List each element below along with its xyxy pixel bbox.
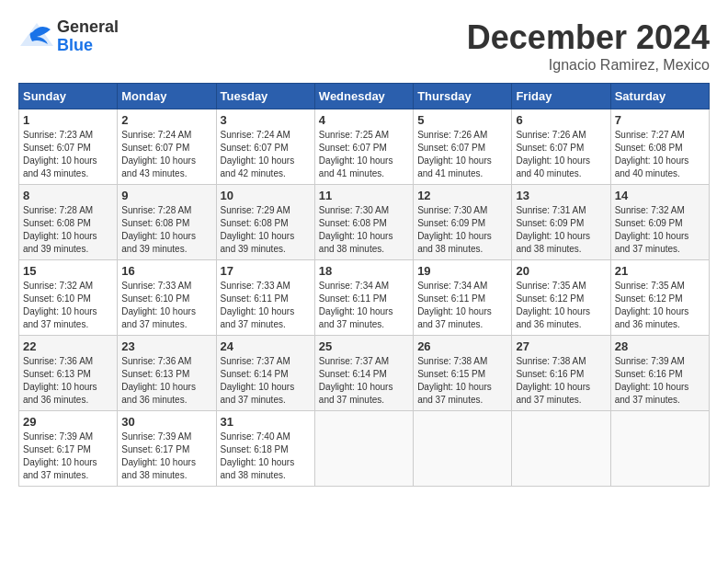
calendar-cell: 13Sunrise: 7:31 AM Sunset: 6:09 PM Dayli… — [512, 185, 610, 260]
day-info: Sunrise: 7:23 AM Sunset: 6:07 PM Dayligh… — [23, 129, 113, 180]
calendar-cell: 15Sunrise: 7:32 AM Sunset: 6:10 PM Dayli… — [19, 260, 118, 336]
day-number: 27 — [516, 339, 606, 353]
day-info: Sunrise: 7:35 AM Sunset: 6:12 PM Dayligh… — [615, 280, 705, 331]
day-info: Sunrise: 7:29 AM Sunset: 6:08 PM Dayligh… — [221, 204, 311, 256]
day-number: 14 — [615, 189, 705, 202]
day-info: Sunrise: 7:24 AM Sunset: 6:07 PM Dayligh… — [221, 129, 311, 180]
day-number: 16 — [121, 264, 211, 278]
calendar-week-row-5: 29Sunrise: 7:39 AM Sunset: 6:17 PM Dayli… — [19, 411, 710, 487]
day-number: 28 — [615, 339, 705, 353]
day-number: 29 — [23, 415, 113, 429]
calendar-cell: 8Sunrise: 7:28 AM Sunset: 6:08 PM Daylig… — [19, 185, 118, 260]
calendar-cell: 28Sunrise: 7:39 AM Sunset: 6:16 PM Dayli… — [610, 336, 709, 411]
weekday-header-saturday: Saturday — [610, 84, 709, 109]
calendar-cell: 29Sunrise: 7:39 AM Sunset: 6:17 PM Dayli… — [19, 411, 118, 487]
day-info: Sunrise: 7:37 AM Sunset: 6:14 PM Dayligh… — [221, 355, 311, 407]
calendar-cell: 26Sunrise: 7:38 AM Sunset: 6:15 PM Dayli… — [414, 336, 512, 411]
page-header: General Blue December 2024 Ignacio Ramir… — [18, 18, 710, 74]
weekday-header-thursday: Thursday — [414, 84, 512, 109]
day-info: Sunrise: 7:37 AM Sunset: 6:14 PM Dayligh… — [319, 355, 409, 407]
day-info: Sunrise: 7:26 AM Sunset: 6:07 PM Dayligh… — [516, 129, 606, 180]
logo-blue-text: Blue — [57, 37, 119, 55]
calendar-cell: 12Sunrise: 7:30 AM Sunset: 6:09 PM Dayli… — [414, 185, 512, 260]
day-info: Sunrise: 7:39 AM Sunset: 6:16 PM Dayligh… — [615, 355, 705, 407]
day-info: Sunrise: 7:24 AM Sunset: 6:07 PM Dayligh… — [121, 129, 211, 180]
day-info: Sunrise: 7:35 AM Sunset: 6:12 PM Dayligh… — [516, 280, 606, 331]
day-number: 13 — [516, 189, 606, 202]
day-info: Sunrise: 7:28 AM Sunset: 6:08 PM Dayligh… — [23, 204, 113, 256]
calendar-cell: 2Sunrise: 7:24 AM Sunset: 6:07 PM Daylig… — [118, 109, 216, 185]
weekday-header-row: SundayMondayTuesdayWednesdayThursdayFrid… — [19, 84, 710, 109]
calendar-cell: 17Sunrise: 7:33 AM Sunset: 6:11 PM Dayli… — [216, 260, 314, 336]
day-info: Sunrise: 7:38 AM Sunset: 6:15 PM Dayligh… — [417, 355, 507, 407]
day-number: 15 — [23, 264, 113, 278]
calendar-week-row-4: 22Sunrise: 7:36 AM Sunset: 6:13 PM Dayli… — [19, 336, 710, 411]
day-number: 11 — [319, 189, 409, 202]
day-number: 21 — [615, 264, 705, 278]
day-number: 9 — [121, 189, 211, 202]
logo-general-text: General — [57, 18, 119, 37]
day-info: Sunrise: 7:31 AM Sunset: 6:09 PM Dayligh… — [516, 204, 606, 256]
weekday-header-monday: Monday — [118, 84, 216, 109]
day-info: Sunrise: 7:39 AM Sunset: 6:17 PM Dayligh… — [121, 431, 211, 482]
day-number: 8 — [23, 189, 113, 202]
day-info: Sunrise: 7:25 AM Sunset: 6:07 PM Dayligh… — [319, 129, 409, 180]
calendar-cell: 9Sunrise: 7:28 AM Sunset: 6:08 PM Daylig… — [118, 185, 216, 260]
day-info: Sunrise: 7:38 AM Sunset: 6:16 PM Dayligh… — [516, 355, 606, 407]
day-info: Sunrise: 7:39 AM Sunset: 6:17 PM Dayligh… — [23, 431, 113, 482]
day-number: 4 — [319, 113, 409, 127]
day-number: 17 — [221, 264, 311, 278]
title-area: December 2024 Ignacio Ramirez, Mexico — [467, 18, 710, 74]
calendar-week-row-3: 15Sunrise: 7:32 AM Sunset: 6:10 PM Dayli… — [19, 260, 710, 336]
calendar-cell: 3Sunrise: 7:24 AM Sunset: 6:07 PM Daylig… — [216, 109, 314, 185]
day-number: 10 — [221, 189, 311, 202]
day-info: Sunrise: 7:32 AM Sunset: 6:09 PM Dayligh… — [615, 204, 705, 256]
logo: General Blue — [18, 18, 119, 55]
calendar-table: SundayMondayTuesdayWednesdayThursdayFrid… — [18, 83, 710, 487]
day-info: Sunrise: 7:33 AM Sunset: 6:10 PM Dayligh… — [121, 280, 211, 331]
day-number: 5 — [417, 113, 507, 127]
day-number: 20 — [516, 264, 606, 278]
calendar-cell: 4Sunrise: 7:25 AM Sunset: 6:07 PM Daylig… — [314, 109, 413, 185]
day-info: Sunrise: 7:27 AM Sunset: 6:08 PM Dayligh… — [615, 129, 705, 180]
calendar-cell: 10Sunrise: 7:29 AM Sunset: 6:08 PM Dayli… — [216, 185, 314, 260]
day-number: 30 — [121, 415, 211, 429]
day-info: Sunrise: 7:33 AM Sunset: 6:11 PM Dayligh… — [221, 280, 311, 331]
weekday-header-friday: Friday — [512, 84, 610, 109]
day-number: 6 — [516, 113, 606, 127]
day-number: 1 — [23, 113, 113, 127]
day-number: 18 — [319, 264, 409, 278]
weekday-header-tuesday: Tuesday — [216, 84, 314, 109]
calendar-cell: 31Sunrise: 7:40 AM Sunset: 6:18 PM Dayli… — [216, 411, 314, 487]
day-number: 25 — [319, 339, 409, 353]
day-info: Sunrise: 7:36 AM Sunset: 6:13 PM Dayligh… — [23, 355, 113, 407]
day-info: Sunrise: 7:40 AM Sunset: 6:18 PM Dayligh… — [221, 431, 311, 482]
calendar-week-row-2: 8Sunrise: 7:28 AM Sunset: 6:08 PM Daylig… — [19, 185, 710, 260]
logo-label: General Blue — [57, 18, 119, 55]
calendar-cell: 5Sunrise: 7:26 AM Sunset: 6:07 PM Daylig… — [414, 109, 512, 185]
calendar-cell: 20Sunrise: 7:35 AM Sunset: 6:12 PM Dayli… — [512, 260, 610, 336]
logo-icon — [18, 18, 55, 55]
calendar-cell: 1Sunrise: 7:23 AM Sunset: 6:07 PM Daylig… — [19, 109, 118, 185]
day-number: 3 — [221, 113, 311, 127]
day-number: 24 — [221, 339, 311, 353]
calendar-cell: 21Sunrise: 7:35 AM Sunset: 6:12 PM Dayli… — [610, 260, 709, 336]
day-number: 19 — [417, 264, 507, 278]
day-info: Sunrise: 7:34 AM Sunset: 6:11 PM Dayligh… — [319, 280, 409, 331]
day-number: 26 — [417, 339, 507, 353]
calendar-cell: 30Sunrise: 7:39 AM Sunset: 6:17 PM Dayli… — [118, 411, 216, 487]
calendar-cell — [314, 411, 413, 487]
day-info: Sunrise: 7:32 AM Sunset: 6:10 PM Dayligh… — [23, 280, 113, 331]
calendar-cell: 16Sunrise: 7:33 AM Sunset: 6:10 PM Dayli… — [118, 260, 216, 336]
weekday-header-wednesday: Wednesday — [314, 84, 413, 109]
day-number: 31 — [221, 415, 311, 429]
calendar-cell: 22Sunrise: 7:36 AM Sunset: 6:13 PM Dayli… — [19, 336, 118, 411]
calendar-week-row-1: 1Sunrise: 7:23 AM Sunset: 6:07 PM Daylig… — [19, 109, 710, 185]
calendar-cell: 14Sunrise: 7:32 AM Sunset: 6:09 PM Dayli… — [610, 185, 709, 260]
calendar-cell: 24Sunrise: 7:37 AM Sunset: 6:14 PM Dayli… — [216, 336, 314, 411]
calendar-cell: 23Sunrise: 7:36 AM Sunset: 6:13 PM Dayli… — [118, 336, 216, 411]
calendar-cell: 11Sunrise: 7:30 AM Sunset: 6:08 PM Dayli… — [314, 185, 413, 260]
day-info: Sunrise: 7:30 AM Sunset: 6:08 PM Dayligh… — [319, 204, 409, 256]
day-info: Sunrise: 7:36 AM Sunset: 6:13 PM Dayligh… — [121, 355, 211, 407]
calendar-cell: 18Sunrise: 7:34 AM Sunset: 6:11 PM Dayli… — [314, 260, 413, 336]
